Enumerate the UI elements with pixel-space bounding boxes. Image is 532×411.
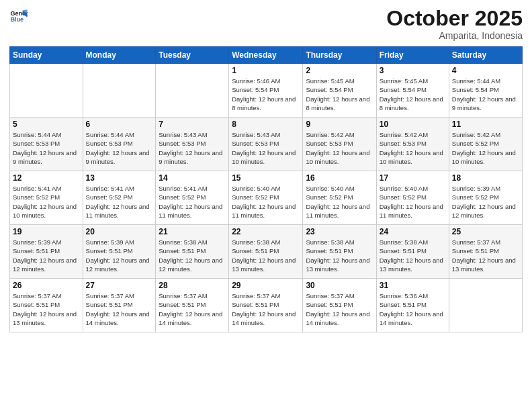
day-info: Sunrise: 5:44 AM Sunset: 5:53 PM Dayligh…	[13, 130, 80, 166]
weekday-header-monday: Monday	[83, 47, 156, 64]
day-info: Sunrise: 5:39 AM Sunset: 5:51 PM Dayligh…	[13, 238, 80, 273]
day-info: Sunrise: 5:42 AM Sunset: 5:53 PM Dayligh…	[306, 130, 373, 166]
day-number: 6	[86, 120, 153, 129]
day-info: Sunrise: 5:43 AM Sunset: 5:53 PM Dayligh…	[159, 130, 226, 166]
weekday-header-thursday: Thursday	[303, 47, 376, 64]
day-info: Sunrise: 5:39 AM Sunset: 5:51 PM Dayligh…	[86, 238, 153, 273]
calendar-cell: 6Sunrise: 5:44 AM Sunset: 5:53 PM Daylig…	[83, 118, 156, 171]
day-info: Sunrise: 5:42 AM Sunset: 5:53 PM Dayligh…	[380, 130, 446, 166]
calendar-cell: 8Sunrise: 5:43 AM Sunset: 5:53 PM Daylig…	[229, 118, 303, 171]
weekday-header-saturday: Saturday	[449, 47, 522, 64]
calendar-table: SundayMondayTuesdayWednesdayThursdayFrid…	[9, 46, 523, 332]
day-number: 31	[380, 281, 446, 290]
day-info: Sunrise: 5:36 AM Sunset: 5:51 PM Dayligh…	[380, 291, 446, 327]
day-number: 14	[159, 173, 226, 183]
calendar-week-row: 12Sunrise: 5:41 AM Sunset: 5:52 PM Dayli…	[10, 171, 523, 225]
calendar-cell: 31Sunrise: 5:36 AM Sunset: 5:51 PM Dayli…	[376, 279, 449, 332]
day-info: Sunrise: 5:39 AM Sunset: 5:52 PM Dayligh…	[452, 184, 519, 220]
calendar-week-row: 26Sunrise: 5:37 AM Sunset: 5:51 PM Dayli…	[10, 279, 523, 332]
calendar-cell: 28Sunrise: 5:37 AM Sunset: 5:51 PM Dayli…	[156, 279, 229, 332]
day-info: Sunrise: 5:38 AM Sunset: 5:51 PM Dayligh…	[380, 238, 446, 273]
day-info: Sunrise: 5:41 AM Sunset: 5:52 PM Dayligh…	[13, 184, 80, 220]
calendar-cell: 30Sunrise: 5:37 AM Sunset: 5:51 PM Dayli…	[303, 279, 376, 332]
calendar-cell: 25Sunrise: 5:37 AM Sunset: 5:51 PM Dayli…	[449, 225, 522, 279]
logo-icon: General Blue	[9, 7, 28, 26]
day-info: Sunrise: 5:37 AM Sunset: 5:51 PM Dayligh…	[306, 291, 373, 327]
calendar-cell: 21Sunrise: 5:38 AM Sunset: 5:51 PM Dayli…	[156, 225, 229, 279]
day-info: Sunrise: 5:41 AM Sunset: 5:52 PM Dayligh…	[159, 184, 226, 220]
day-number: 1	[232, 66, 300, 75]
weekday-header-row: SundayMondayTuesdayWednesdayThursdayFrid…	[10, 47, 523, 64]
day-info: Sunrise: 5:40 AM Sunset: 5:52 PM Dayligh…	[232, 184, 300, 220]
day-info: Sunrise: 5:45 AM Sunset: 5:54 PM Dayligh…	[380, 77, 446, 112]
day-info: Sunrise: 5:37 AM Sunset: 5:51 PM Dayligh…	[86, 291, 153, 327]
calendar-cell	[10, 64, 83, 118]
day-info: Sunrise: 5:38 AM Sunset: 5:51 PM Dayligh…	[306, 238, 373, 273]
weekday-header-wednesday: Wednesday	[229, 47, 303, 64]
day-number: 4	[452, 66, 519, 75]
day-info: Sunrise: 5:40 AM Sunset: 5:52 PM Dayligh…	[306, 184, 373, 220]
day-number: 24	[380, 227, 446, 236]
day-info: Sunrise: 5:41 AM Sunset: 5:52 PM Dayligh…	[86, 184, 153, 220]
day-info: Sunrise: 5:37 AM Sunset: 5:51 PM Dayligh…	[13, 291, 80, 327]
day-number: 10	[380, 120, 446, 129]
month-title: October 2025	[386, 7, 523, 30]
calendar-cell	[83, 64, 156, 118]
calendar-cell	[156, 64, 229, 118]
day-info: Sunrise: 5:37 AM Sunset: 5:51 PM Dayligh…	[452, 238, 519, 273]
day-info: Sunrise: 5:46 AM Sunset: 5:54 PM Dayligh…	[232, 77, 300, 112]
location: Amparita, Indonesia	[386, 30, 523, 41]
day-number: 12	[13, 173, 80, 183]
day-info: Sunrise: 5:42 AM Sunset: 5:52 PM Dayligh…	[452, 130, 519, 166]
day-number: 13	[86, 173, 153, 183]
day-number: 18	[452, 173, 519, 183]
logo: General Blue	[9, 7, 28, 26]
day-number: 22	[232, 227, 300, 236]
calendar-week-row: 5Sunrise: 5:44 AM Sunset: 5:53 PM Daylig…	[10, 118, 523, 171]
svg-text:Blue: Blue	[10, 16, 24, 23]
calendar-cell: 5Sunrise: 5:44 AM Sunset: 5:53 PM Daylig…	[10, 118, 83, 171]
day-info: Sunrise: 5:37 AM Sunset: 5:51 PM Dayligh…	[232, 291, 300, 327]
day-number: 2	[306, 66, 373, 75]
calendar-cell: 23Sunrise: 5:38 AM Sunset: 5:51 PM Dayli…	[303, 225, 376, 279]
day-number: 26	[13, 281, 80, 290]
day-number: 3	[380, 66, 446, 75]
header: General Blue October 2025 Amparita, Indo…	[9, 7, 523, 41]
day-number: 19	[13, 227, 80, 236]
calendar-cell: 2Sunrise: 5:45 AM Sunset: 5:54 PM Daylig…	[303, 64, 376, 118]
calendar-cell: 13Sunrise: 5:41 AM Sunset: 5:52 PM Dayli…	[83, 171, 156, 225]
day-info: Sunrise: 5:38 AM Sunset: 5:51 PM Dayligh…	[159, 238, 226, 273]
day-info: Sunrise: 5:44 AM Sunset: 5:54 PM Dayligh…	[452, 77, 519, 112]
day-number: 29	[232, 281, 300, 290]
weekday-header-tuesday: Tuesday	[156, 47, 229, 64]
day-number: 11	[452, 120, 519, 129]
day-info: Sunrise: 5:45 AM Sunset: 5:54 PM Dayligh…	[306, 77, 373, 112]
calendar-cell: 15Sunrise: 5:40 AM Sunset: 5:52 PM Dayli…	[229, 171, 303, 225]
calendar-cell: 11Sunrise: 5:42 AM Sunset: 5:52 PM Dayli…	[449, 118, 522, 171]
weekday-header-sunday: Sunday	[10, 47, 83, 64]
day-number: 7	[159, 120, 226, 129]
calendar-week-row: 1Sunrise: 5:46 AM Sunset: 5:54 PM Daylig…	[10, 64, 523, 118]
day-number: 30	[306, 281, 373, 290]
day-number: 9	[306, 120, 373, 129]
calendar-cell: 18Sunrise: 5:39 AM Sunset: 5:52 PM Dayli…	[449, 171, 522, 225]
title-area: October 2025 Amparita, Indonesia	[386, 7, 523, 41]
calendar-cell: 10Sunrise: 5:42 AM Sunset: 5:53 PM Dayli…	[376, 118, 449, 171]
day-number: 28	[159, 281, 226, 290]
calendar-cell: 19Sunrise: 5:39 AM Sunset: 5:51 PM Dayli…	[10, 225, 83, 279]
day-number: 15	[232, 173, 300, 183]
day-number: 8	[232, 120, 300, 129]
day-info: Sunrise: 5:38 AM Sunset: 5:51 PM Dayligh…	[232, 238, 300, 273]
day-number: 5	[13, 120, 80, 129]
day-info: Sunrise: 5:37 AM Sunset: 5:51 PM Dayligh…	[159, 291, 226, 327]
calendar-cell: 29Sunrise: 5:37 AM Sunset: 5:51 PM Dayli…	[229, 279, 303, 332]
calendar-cell: 26Sunrise: 5:37 AM Sunset: 5:51 PM Dayli…	[10, 279, 83, 332]
day-number: 17	[380, 173, 446, 183]
calendar-week-row: 19Sunrise: 5:39 AM Sunset: 5:51 PM Dayli…	[10, 225, 523, 279]
day-number: 27	[86, 281, 153, 290]
calendar-cell: 27Sunrise: 5:37 AM Sunset: 5:51 PM Dayli…	[83, 279, 156, 332]
page: General Blue October 2025 Amparita, Indo…	[0, 0, 532, 411]
day-number: 21	[159, 227, 226, 236]
calendar-cell: 17Sunrise: 5:40 AM Sunset: 5:52 PM Dayli…	[376, 171, 449, 225]
day-number: 25	[452, 227, 519, 236]
